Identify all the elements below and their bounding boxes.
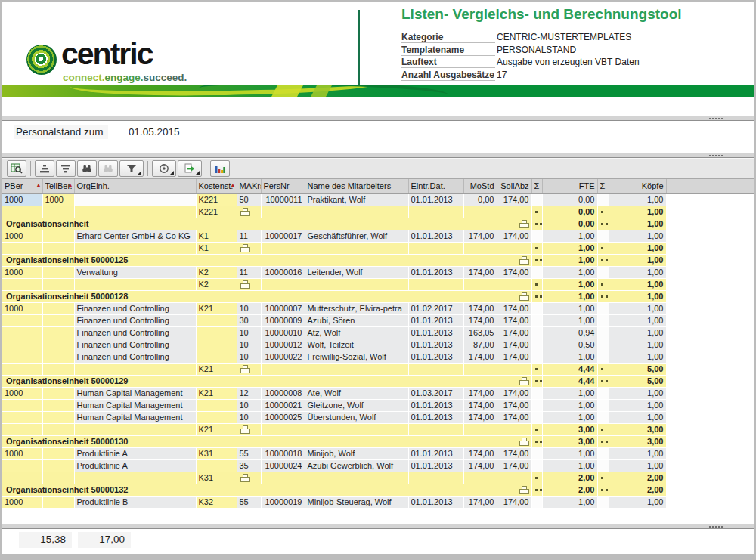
cell-sollabz[interactable]	[497, 242, 531, 254]
cell-fte[interactable]: 1,00	[542, 399, 597, 411]
cell-persnr[interactable]: 10000007	[261, 302, 305, 314]
sort-ascending-button[interactable]	[35, 160, 54, 177]
cell-kost[interactable]	[196, 351, 237, 363]
cell-makrs[interactable]: 10	[237, 302, 261, 314]
cell-koepfe[interactable]: 1,00	[609, 411, 666, 423]
cell-mostd[interactable]: 174,00	[463, 399, 497, 411]
cell-s2[interactable]	[597, 242, 609, 254]
cell-s2[interactable]	[597, 206, 609, 218]
cell-sollabz[interactable]	[497, 290, 531, 302]
subtotal-drilldown-icon[interactable]	[240, 244, 250, 252]
cell-persnr[interactable]	[261, 472, 305, 484]
cell-koepfe[interactable]: 1,00	[609, 387, 666, 399]
cell-teilber[interactable]	[42, 339, 74, 351]
subtotal-drilldown-icon[interactable]	[519, 438, 529, 446]
cell-pber[interactable]	[2, 278, 42, 290]
subtotal-drilldown-icon[interactable]	[519, 256, 529, 265]
cell-eintr[interactable]	[408, 363, 463, 375]
cell-sollabz[interactable]	[497, 435, 531, 447]
cell-s1[interactable]	[531, 387, 542, 399]
table-row[interactable]: Finanzen und Controlling1010000012Wolf, …	[2, 339, 666, 351]
cell-eintr[interactable]: 01.01.2013	[408, 399, 463, 411]
cell-sollabz[interactable]: 174,00	[497, 326, 531, 339]
cell-persnr[interactable]: 10000008	[261, 387, 305, 399]
subtotal-drilldown-icon[interactable]	[240, 425, 250, 434]
cell-makrs[interactable]: 10	[237, 339, 261, 351]
cell-koepfe[interactable]: 1,00	[609, 339, 666, 351]
cell-pber[interactable]	[2, 363, 42, 375]
cell-name[interactable]	[305, 423, 408, 435]
cell-org[interactable]: Finanzen und Controlling	[74, 314, 196, 326]
cell-s2[interactable]	[597, 278, 609, 290]
cell-sollabz[interactable]	[497, 206, 531, 218]
export-button[interactable]	[178, 160, 202, 177]
cell-name[interactable]: Gleitzone, Wolf	[305, 399, 408, 411]
cell-org[interactable]: Produktlinie A	[74, 459, 196, 472]
cell-makrs[interactable]	[237, 206, 261, 218]
splitter-handle-icon[interactable]	[709, 118, 723, 119]
cell-persnr[interactable]: 10000018	[261, 447, 305, 459]
cell-kost[interactable]	[196, 339, 237, 351]
cell-s2[interactable]	[597, 496, 609, 508]
cell-koepfe[interactable]: 1,00	[609, 496, 666, 508]
cell-eintr[interactable]: 01.02.2017	[408, 302, 463, 314]
cell-org[interactable]	[74, 363, 196, 375]
cell-name[interactable]: Wolf, Teilzeit	[305, 339, 408, 351]
col-header-s2[interactable]: Σ	[597, 179, 609, 193]
cell-mostd[interactable]	[463, 278, 497, 290]
table-row[interactable]: 1000VerwaltungK21110000016Leitender, Wol…	[2, 266, 666, 278]
cell-makrs[interactable]: 11	[237, 230, 261, 242]
cell-teilber[interactable]	[42, 326, 74, 339]
cell-mostd[interactable]: 174,00	[463, 230, 497, 242]
cell-makrs[interactable]: 55	[237, 496, 261, 508]
cell-mostd[interactable]: 174,00	[463, 266, 497, 278]
table-row[interactable]: Finanzen und Controlling3010000009Azubi,…	[2, 314, 666, 326]
cell-fte[interactable]: 3,00	[542, 435, 597, 447]
cell-s2[interactable]	[597, 218, 609, 230]
cell-teilber[interactable]	[42, 278, 74, 290]
cell-makrs[interactable]	[237, 363, 261, 375]
cell-s2[interactable]	[597, 399, 609, 411]
cell-mostd[interactable]	[463, 206, 497, 218]
sort-descending-button[interactable]	[56, 160, 76, 177]
cell-name[interactable]: Überstunden, Wolf	[305, 411, 408, 423]
cell-s1[interactable]	[531, 484, 542, 496]
cell-sollabz[interactable]: 174,00	[497, 339, 531, 351]
cell-org[interactable]: Human Capital Management	[74, 411, 196, 423]
cell-s2[interactable]	[597, 314, 609, 326]
cell-mostd[interactable]: 174,00	[463, 351, 497, 363]
cell-pber[interactable]	[2, 351, 42, 363]
table-row[interactable]: 10001000K2215010000011Praktikant, Wolf01…	[2, 193, 666, 206]
cell-koepfe[interactable]: 1,00	[609, 302, 666, 314]
cell-fte[interactable]: 4,44	[542, 363, 597, 375]
subtotal-row[interactable]: K11,001,00	[2, 242, 666, 254]
group-row[interactable]: Organisationseinheit 500001294,445,00	[2, 375, 666, 387]
cell-kost[interactable]: K1	[196, 242, 237, 254]
cell-koepfe[interactable]: 2,00	[609, 472, 666, 484]
cell-koepfe[interactable]: 5,00	[609, 363, 666, 375]
cell-s2[interactable]	[597, 411, 609, 423]
cell-pber[interactable]: 1000	[2, 302, 42, 314]
cell-org[interactable]	[74, 193, 196, 206]
col-header-pber[interactable]: PBer▲	[2, 179, 42, 193]
cell-kost[interactable]: K31	[196, 447, 237, 459]
cell-mostd[interactable]: 174,00	[463, 411, 497, 423]
cell-eintr[interactable]: 01.01.2013	[408, 351, 463, 363]
cell-makrs[interactable]: 55	[237, 447, 261, 459]
cell-fte[interactable]: 4,44	[542, 375, 597, 387]
cell-teilber[interactable]	[42, 399, 74, 411]
cell-fte[interactable]: 1,00	[542, 242, 597, 254]
cell-s2[interactable]	[597, 326, 609, 339]
cell-s1[interactable]	[531, 254, 542, 266]
cell-kost[interactable]: K221	[196, 206, 237, 218]
cell-teilber[interactable]	[42, 314, 74, 326]
cell-sollabz[interactable]: 174,00	[497, 266, 531, 278]
cell-makrs[interactable]: 11	[237, 266, 261, 278]
cell-persnr[interactable]: 10000017	[261, 230, 305, 242]
cell-s1[interactable]	[531, 459, 542, 472]
cell-teilber[interactable]	[42, 242, 74, 254]
cell-sollabz[interactable]	[497, 278, 531, 290]
cell-pber[interactable]	[2, 399, 42, 411]
cell-fte[interactable]: 3,00	[542, 423, 597, 435]
cell-mostd[interactable]	[463, 363, 497, 375]
